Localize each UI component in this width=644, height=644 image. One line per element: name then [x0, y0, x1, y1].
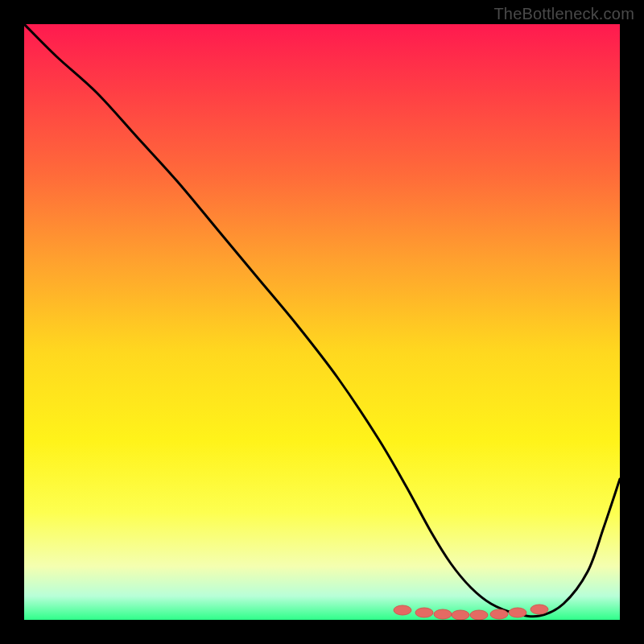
- curve-marker: [394, 605, 411, 615]
- curve-svg: [24, 24, 620, 620]
- marker-group: [394, 605, 548, 620]
- bottleneck-curve: [24, 24, 620, 617]
- chart-frame: TheBottleneck.com: [0, 0, 644, 644]
- curve-marker: [509, 608, 526, 617]
- watermark-text: TheBottleneck.com: [493, 5, 634, 23]
- curve-marker: [530, 605, 548, 614]
- curve-marker: [434, 609, 452, 619]
- curve-marker: [452, 610, 469, 620]
- plot-area: [24, 24, 620, 620]
- curve-marker: [470, 610, 488, 620]
- curve-marker: [490, 609, 508, 619]
- curve-marker: [415, 608, 433, 617]
